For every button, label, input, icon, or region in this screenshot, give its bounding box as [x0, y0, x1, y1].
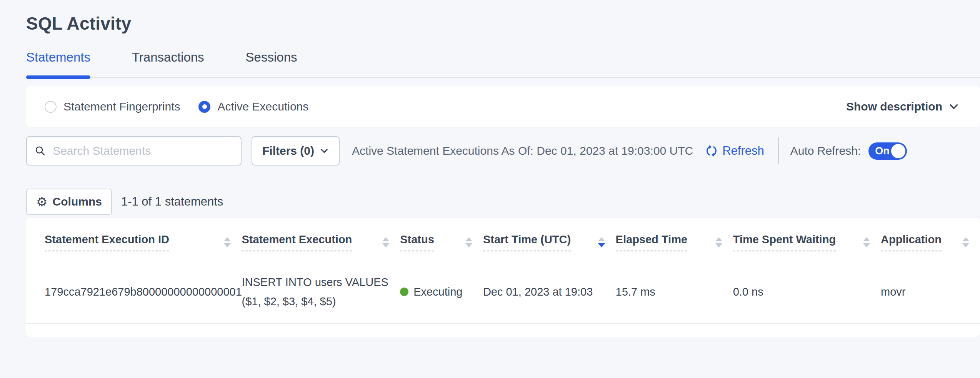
column-header-statement-execution-id[interactable]: Statement Execution ID: [26, 218, 242, 260]
table-row: 179cca7921e679b80000000000000001 INSERT …: [26, 260, 980, 324]
show-description-label: Show description: [846, 100, 942, 113]
columns-button-label: Columns: [53, 195, 102, 208]
gear-icon: ⚙: [36, 196, 48, 208]
status-label: Executing: [413, 282, 462, 301]
cell-application: movr: [881, 260, 980, 324]
tab-transactions[interactable]: Transactions: [132, 50, 204, 77]
sort-arrows-icon[interactable]: [224, 237, 231, 248]
column-header-status[interactable]: Status: [400, 218, 483, 260]
search-input[interactable]: [52, 144, 233, 158]
cell-start-time: Dec 01, 2023 at 19:03: [483, 260, 616, 324]
sort-arrows-icon[interactable]: [465, 237, 472, 248]
table-header-row: Statement Execution ID Statement Executi…: [26, 218, 980, 260]
statements-table-card: Statement Execution ID Statement Executi…: [26, 218, 980, 337]
tab-sessions[interactable]: Sessions: [246, 50, 297, 77]
columns-row: ⚙ Columns 1-1 of 1 statements: [26, 189, 980, 215]
refresh-button[interactable]: Refresh: [702, 144, 767, 158]
statements-table: Statement Execution ID Statement Executi…: [26, 218, 980, 324]
radio-selected-icon[interactable]: [198, 101, 210, 113]
show-description-toggle[interactable]: Show description: [846, 100, 959, 113]
filters-button[interactable]: Filters (0): [252, 136, 340, 166]
toggle-knob[interactable]: [891, 144, 905, 158]
status-dot-icon: [400, 288, 408, 296]
view-mode-card: Statement Fingerprints Active Executions…: [26, 86, 980, 127]
cell-elapsed-time: 15.7 ms: [616, 260, 733, 324]
cell-statement: INSERT INTO users VALUES ($1, $2, $3, $4…: [242, 260, 400, 324]
sort-arrows-icon[interactable]: [715, 237, 722, 248]
column-header-application[interactable]: Application: [881, 218, 980, 260]
view-mode-radio-group: Statement Fingerprints Active Executions: [45, 100, 308, 113]
auto-refresh-state: On: [875, 145, 890, 157]
result-count-text: 1-1 of 1 statements: [121, 195, 223, 209]
sort-arrows-icon[interactable]: [863, 237, 870, 248]
columns-button[interactable]: ⚙ Columns: [26, 189, 112, 215]
tab-statements[interactable]: Statements: [26, 50, 90, 77]
cell-time-spent-waiting: 0.0 ns: [733, 260, 881, 324]
column-header-start-time[interactable]: Start Time (UTC): [483, 218, 616, 260]
auto-refresh-label: Auto Refresh:: [790, 144, 861, 157]
radio-statement-fingerprints[interactable]: Statement Fingerprints: [45, 100, 180, 113]
sql-activity-page: SQL Activity Statements Transactions Ses…: [0, 0, 980, 337]
controls-row: Filters (0) Active Statement Executions …: [26, 136, 980, 166]
page-title: SQL Activity: [26, 0, 980, 34]
radio-active-executions[interactable]: Active Executions: [198, 100, 308, 113]
chevron-down-icon: [948, 101, 959, 112]
column-header-time-spent-waiting[interactable]: Time Spent Waiting: [733, 218, 881, 260]
refresh-button-label: Refresh: [722, 144, 764, 158]
column-header-elapsed-time[interactable]: Elapsed Time: [616, 218, 733, 260]
radio-label: Active Executions: [217, 100, 308, 113]
vertical-divider: [778, 137, 779, 164]
as-of-timestamp-text: Active Statement Executions As Of: Dec 0…: [352, 144, 693, 157]
column-header-statement-execution[interactable]: Statement Execution: [242, 218, 400, 260]
radio-label: Statement Fingerprints: [63, 100, 180, 113]
search-icon: [35, 145, 46, 157]
refresh-icon: [705, 144, 718, 158]
filters-button-label: Filters (0): [262, 144, 314, 157]
sort-arrows-icon[interactable]: [598, 237, 605, 248]
auto-refresh-toggle[interactable]: On: [868, 142, 907, 160]
sort-arrows-icon[interactable]: [962, 237, 969, 248]
search-box[interactable]: [26, 136, 242, 166]
sort-arrows-icon[interactable]: [382, 237, 389, 248]
chevron-down-icon: [320, 146, 329, 156]
cell-status: Executing: [400, 260, 483, 324]
cell-execution-id: 179cca7921e679b80000000000000001: [26, 260, 242, 324]
tab-bar: Statements Transactions Sessions: [26, 50, 980, 78]
radio-unselected-icon[interactable]: [45, 101, 57, 113]
